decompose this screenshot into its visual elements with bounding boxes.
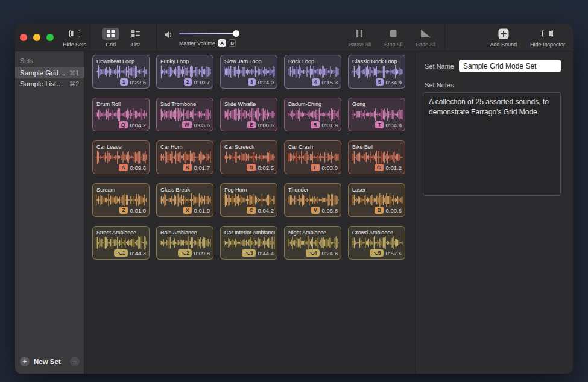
key-badge: T [375, 121, 383, 128]
waveform [288, 150, 339, 164]
duration-label: 0:57.5 [386, 250, 402, 257]
channel-a-toggle[interactable]: A [218, 39, 226, 47]
duration-label: 0:03.6 [194, 122, 210, 128]
tile-meta: ⌥10:44.3 [114, 249, 146, 257]
key-badge: D [247, 164, 255, 171]
sidebar-set-item[interactable]: Sample List…⌘2 [15, 78, 84, 89]
sound-tile[interactable]: Badum-ChingR0:01.9 [284, 98, 341, 131]
key-badge: X [183, 207, 192, 214]
sound-tile[interactable]: Night Ambiance⌥40:24.8 [284, 226, 341, 260]
tile-meta: ⌥40:24.8 [306, 249, 338, 257]
list-view-button[interactable]: List [124, 24, 148, 51]
hide-sets-label: Hide Sets [63, 42, 86, 48]
sound-title: Bike Bell [352, 144, 403, 150]
tile-meta: 50:34.9 [376, 78, 402, 86]
key-badge: ⌥3 [242, 249, 256, 257]
waveform [352, 107, 403, 122]
sound-tile[interactable]: Rain Ambiance⌥20:09.8 [156, 226, 213, 260]
sound-tile[interactable]: Street Ambiance⌥10:44.3 [92, 226, 150, 260]
key-badge: 4 [312, 78, 320, 86]
pause-icon [352, 28, 367, 40]
sound-tile[interactable]: Downbeat Loop10:22.6 [92, 55, 150, 89]
duration-label: 0:44.3 [130, 250, 146, 257]
hide-inspector-button[interactable]: Hide Inspector [527, 24, 568, 51]
set-name-label: Set Name [425, 63, 454, 70]
sound-tile[interactable]: Funky Loop20:10.7 [156, 55, 213, 89]
sound-tile[interactable]: ScreamZ0:01.0 [92, 183, 150, 217]
waveform [160, 64, 211, 79]
channel-b-toggle[interactable]: B [229, 39, 236, 47]
zoom-window-button[interactable] [46, 34, 54, 41]
remove-set-icon[interactable]: − [70, 357, 80, 366]
tile-meta: 10:22.6 [120, 78, 146, 86]
stop-all-button[interactable]: Stop All [381, 24, 406, 51]
sound-title: Gong [352, 101, 403, 107]
sound-title: Downbeat Loop [96, 58, 147, 64]
speaker-icon [164, 30, 174, 51]
pause-all-button[interactable]: Pause All [345, 24, 374, 51]
sound-tile[interactable]: Slow Jam Loop30:24.0 [220, 55, 277, 89]
key-badge: ⌥4 [306, 249, 320, 257]
sound-tile[interactable]: Car HornS0:01.7 [156, 140, 213, 174]
duration-label: 0:01.2 [386, 164, 402, 171]
waveform [288, 236, 339, 250]
sound-tile[interactable]: Sad TromboneW0:03.6 [156, 98, 213, 131]
minimize-window-button[interactable] [33, 34, 40, 41]
set-notes-input[interactable]: A collection of 25 assorted sounds, to d… [423, 92, 561, 196]
toolbar: Hide Sets Grid List [15, 24, 573, 51]
waveform [288, 64, 339, 79]
waveform [352, 193, 403, 207]
sound-title: Classic Rock Loop [352, 58, 403, 64]
sound-tile[interactable]: Car CrashF0:03.0 [284, 140, 341, 174]
waveform [352, 150, 403, 164]
sound-tile[interactable]: ThunderV0:06.8 [284, 183, 341, 217]
sound-title: Glass Break [160, 187, 211, 193]
fade-all-label: Fade All [416, 42, 435, 48]
sound-title: Funky Loop [160, 58, 211, 64]
duration-label: 0:24.0 [258, 79, 274, 86]
sound-title: Crowd Ambiance [352, 230, 403, 236]
sidebar-set-item[interactable]: Sample Grid…⌘1 [15, 67, 84, 78]
add-sound-button[interactable]: Add Sound [487, 24, 520, 51]
sound-tile[interactable]: LaserB0:00.6 [348, 183, 405, 217]
duration-label: 0:00.6 [258, 122, 274, 128]
sound-tile[interactable]: GongT0:04.8 [348, 98, 405, 131]
master-volume-knob[interactable] [233, 30, 239, 37]
close-window-button[interactable] [20, 34, 27, 41]
sound-tile[interactable]: Fog HornC0:04.2 [220, 183, 277, 217]
duration-label: 0:01.9 [322, 122, 338, 128]
sound-tile[interactable]: Bike BellG0:01.2 [348, 140, 405, 174]
sound-tile[interactable]: Car ScreechD0:02.5 [220, 140, 277, 174]
sound-tile[interactable]: Car LeaveA0:09.6 [92, 140, 150, 174]
key-badge: G [375, 164, 384, 171]
sound-tile[interactable]: Rock Loop40:15.3 [284, 55, 341, 89]
grid-view-label: Grid [106, 42, 116, 48]
key-badge: Z [119, 207, 127, 214]
tile-meta: 40:15.3 [312, 78, 338, 86]
master-volume-slider[interactable] [179, 30, 239, 37]
sound-title: Badum-Ching [288, 101, 339, 107]
sound-tile[interactable]: Crowd Ambiance⌥50:57.5 [348, 226, 405, 260]
sound-tile[interactable]: Car Interior Ambiance⌥30:44.4 [220, 226, 277, 260]
tile-meta: C0:04.2 [247, 207, 274, 214]
waveform [160, 150, 211, 164]
sound-tile[interactable]: Slide WhistleE0:00.6 [220, 98, 277, 131]
grid-view-button[interactable]: Grid [99, 24, 122, 51]
waveform [288, 107, 339, 122]
new-set-button[interactable]: New Set [34, 358, 61, 365]
hide-inspector-icon [537, 28, 558, 40]
set-item-label: Sample Grid… [20, 69, 65, 77]
fade-all-button[interactable]: Fade All [413, 24, 438, 51]
waveform [96, 193, 147, 207]
add-set-icon[interactable]: + [20, 357, 30, 366]
sound-tile[interactable]: Glass BreakX0:01.0 [156, 183, 213, 217]
set-name-input[interactable] [459, 60, 561, 72]
key-badge: 3 [248, 78, 256, 86]
tile-meta: ⌥30:44.4 [242, 249, 274, 257]
sound-tile[interactable]: Classic Rock Loop50:34.9 [348, 55, 405, 89]
hide-sets-button[interactable]: Hide Sets [60, 27, 89, 49]
sound-tile[interactable]: Drum RollQ0:04.2 [92, 98, 150, 131]
sound-title: Slide Whistle [224, 101, 275, 107]
key-badge: ⌥2 [178, 249, 192, 257]
duration-label: 0:24.8 [322, 250, 338, 257]
